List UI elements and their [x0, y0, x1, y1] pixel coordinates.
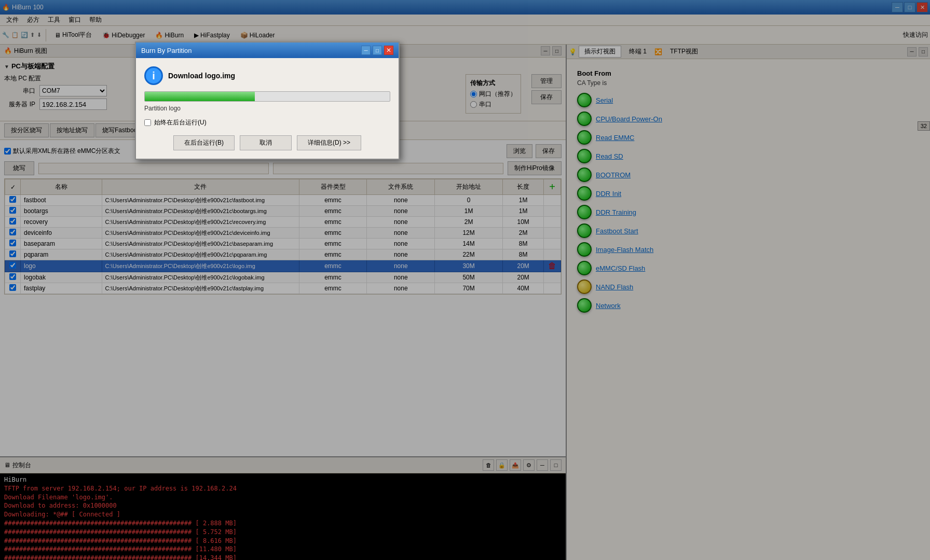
dialog-buttons: 在后台运行(B) 取消 详细信息(D) >> [144, 135, 390, 150]
background-run-label: 始终在后台运行(U) [154, 118, 207, 127]
dialog-title-bar: Burn By Partition ─ □ ✕ [136, 43, 399, 58]
dialog-checkbox-row: 始终在后台运行(U) [144, 118, 390, 127]
progress-bar-container [144, 91, 390, 102]
dialog-info-row: i Download logo.img [144, 66, 390, 85]
progress-bar-fill [145, 92, 255, 101]
info-icon: i [144, 66, 163, 85]
burn-by-partition-dialog: Burn By Partition ─ □ ✕ i Download logo.… [135, 41, 400, 160]
dialog-close-controls: ─ □ ✕ [361, 46, 393, 55]
dialog-close-btn[interactable]: ✕ [384, 46, 393, 55]
dialog-body: i Download logo.img Partition logo 始终在后台… [136, 58, 399, 159]
dialog-minimize-btn[interactable]: ─ [361, 46, 371, 55]
cancel-btn[interactable]: 取消 [240, 135, 292, 150]
background-run-btn[interactable]: 在后台运行(B) [173, 135, 235, 150]
download-label: Download logo.img [168, 72, 235, 80]
dialog-maximize-btn[interactable]: □ [373, 46, 382, 55]
partition-label: Partition logo [144, 105, 390, 112]
dialog-overlay: Burn By Partition ─ □ ✕ i Download logo.… [0, 0, 930, 560]
dialog-title-text: Burn By Partition [141, 47, 192, 54]
details-btn[interactable]: 详细信息(D) >> [297, 135, 361, 150]
background-run-checkbox[interactable] [144, 119, 151, 126]
